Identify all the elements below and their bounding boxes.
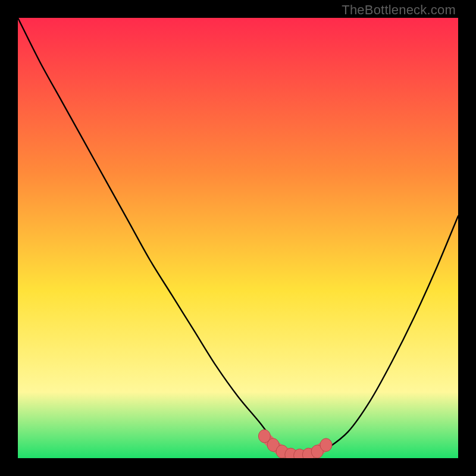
marker-point (320, 439, 332, 452)
watermark-text: TheBottleneck.com (342, 2, 456, 18)
gradient-background (18, 18, 458, 458)
chart-frame (18, 18, 458, 458)
bottleneck-chart (18, 18, 458, 458)
